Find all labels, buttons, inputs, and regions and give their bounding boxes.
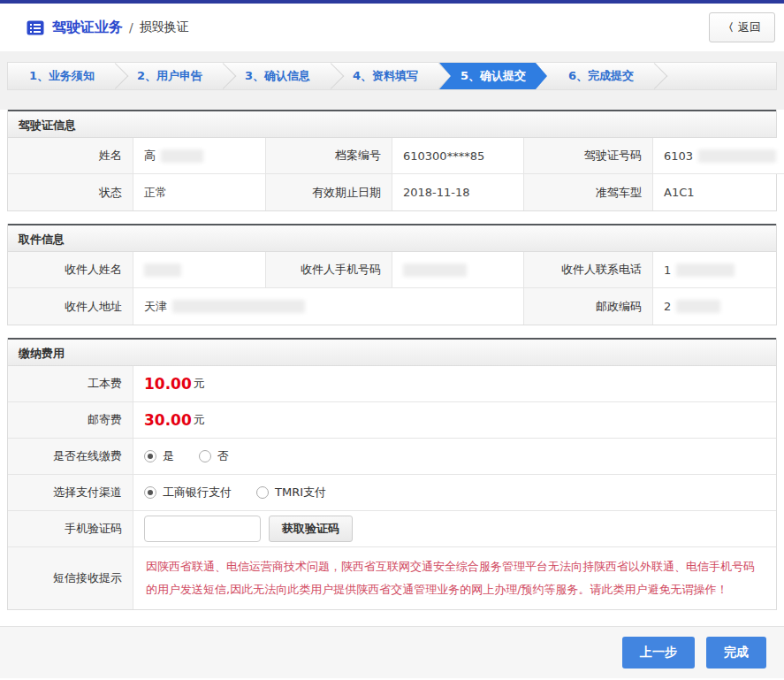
table-row: 收件人姓名 收件人手机号码 收件人联系电话 1	[8, 252, 776, 288]
captcha-row: 获取验证码	[133, 511, 776, 547]
mail-fee-label: 邮寄费	[8, 402, 133, 439]
online-pay-no-radio[interactable]: 否	[199, 448, 229, 464]
radio-checked-icon	[144, 450, 156, 462]
step-1-business-notes[interactable]: 1、业务须知	[8, 63, 116, 89]
online-pay-options: 是 否	[133, 439, 776, 475]
sms-notice-cell: 因陕西省联通、电信运营商技术问题，陕西省互联网交通安全综合服务管理平台无法向持陕…	[133, 547, 776, 609]
back-button-label: 返回	[738, 19, 761, 35]
get-captcha-button[interactable]: 获取验证码	[269, 516, 353, 542]
step-4-fill-materials[interactable]: 4、资料填写	[331, 63, 439, 89]
radio-checked-icon	[144, 486, 156, 499]
step-3-confirm-info[interactable]: 3、确认信息	[224, 63, 331, 89]
mail-fee-value: 30.00 元	[133, 402, 776, 439]
work-fee-amount: 10.00	[144, 375, 192, 393]
sms-notice-text: 因陕西省联通、电信运营商技术问题，陕西省互联网交通安全综合服务管理平台无法向持陕…	[146, 560, 755, 596]
table-row: 邮寄费 30.00 元	[8, 402, 776, 439]
postcode-label: 邮政编码	[524, 288, 653, 325]
step-5-confirm-submit[interactable]: 5、确认提交	[439, 63, 547, 89]
redacted-blur	[403, 264, 467, 277]
vehicle-type-label: 准驾车型	[524, 174, 653, 210]
page-header: 驾驶证业务 / 损毁换证 〈 返回	[0, 4, 784, 51]
recipient-address-value: 天津	[133, 288, 524, 325]
status-label: 状态	[8, 174, 133, 210]
recipient-name-value	[133, 252, 266, 288]
step-2-user-declaration[interactable]: 2、用户申告	[116, 63, 224, 89]
table-row: 选择支付渠道 工商银行支付 TMRI支付	[8, 475, 776, 511]
payment-section: 缴纳费用 工本费 10.00 元 邮寄费 30.00 元 是否在线缴费 是	[7, 338, 777, 610]
table-row: 是否在线缴费 是 否	[8, 439, 776, 475]
file-number-value: 610300****85	[392, 138, 524, 174]
work-fee-label: 工本费	[8, 366, 133, 402]
name-value: 高	[133, 138, 266, 174]
mail-fee-amount: 30.00	[144, 411, 192, 429]
back-button[interactable]: 〈 返回	[709, 12, 775, 42]
step-wizard: 1、业务须知 2、用户申告 3、确认信息 4、资料填写 5、确认提交 6、完成提…	[7, 62, 777, 90]
license-number-value: 6103	[653, 138, 784, 174]
channel-tmri-label: TMRI支付	[275, 485, 326, 500]
step-zone: 1、业务须知 2、用户申告 3、确认信息 4、资料填写 5、确认提交 6、完成提…	[0, 51, 784, 110]
redacted-blur	[161, 149, 203, 163]
pay-channel-options: 工商银行支付 TMRI支付	[133, 475, 776, 511]
sms-notice-label: 短信接收提示	[8, 547, 133, 609]
recipient-mobile-value	[392, 252, 524, 288]
table-row: 收件人地址 天津 邮政编码 2	[8, 288, 776, 325]
redacted-blur	[676, 300, 720, 313]
mail-fee-unit: 元	[194, 412, 205, 428]
channel-icbc-radio[interactable]: 工商银行支付	[144, 485, 232, 500]
vehicle-type-value: A1C1	[653, 174, 776, 210]
license-section-title: 驾驶证信息	[8, 110, 776, 138]
finish-button[interactable]: 完成	[706, 637, 766, 669]
name-label: 姓名	[8, 138, 133, 174]
online-pay-yes-label: 是	[163, 448, 174, 464]
table-row: 姓名 高 档案编号 610300****85 驾驶证号码 6103	[8, 138, 776, 174]
recipient-name-label: 收件人姓名	[8, 252, 133, 288]
pickup-section-title: 取件信息	[8, 224, 776, 252]
step-6-finish-submit[interactable]: 6、完成提交	[547, 63, 655, 89]
online-pay-label: 是否在线缴费	[8, 439, 133, 475]
channel-icbc-label: 工商银行支付	[163, 485, 232, 500]
redacted-blur	[172, 300, 305, 313]
work-fee-value: 10.00 元	[133, 366, 776, 402]
license-number-label: 驾驶证号码	[524, 138, 653, 174]
list-icon	[27, 20, 44, 35]
status-value: 正常	[133, 174, 266, 210]
page-title: 驾驶证业务	[52, 19, 123, 37]
pay-channel-label: 选择支付渠道	[8, 475, 133, 511]
license-info-section: 驾驶证信息 姓名 高 档案编号 610300****85 驾驶证号码 6103 …	[7, 110, 777, 211]
breadcrumb-separator: /	[129, 20, 133, 34]
recipient-phone-value: 1	[653, 252, 776, 288]
radio-unchecked-icon	[256, 486, 269, 499]
breadcrumb-current: 损毁换证	[140, 19, 189, 35]
table-row: 工本费 10.00 元	[8, 366, 776, 402]
pickup-info-section: 取件信息 收件人姓名 收件人手机号码 收件人联系电话 1 收件人地址 天津 邮政…	[7, 224, 777, 325]
work-fee-unit: 元	[194, 376, 205, 392]
online-pay-no-label: 否	[217, 448, 229, 464]
channel-tmri-radio[interactable]: TMRI支付	[256, 485, 326, 500]
table-row: 手机验证码 获取验证码	[8, 511, 776, 547]
radio-unchecked-icon	[199, 450, 211, 462]
recipient-phone-label: 收件人联系电话	[524, 252, 653, 288]
online-pay-yes-radio[interactable]: 是	[144, 448, 174, 464]
expiry-value: 2018-11-18	[392, 174, 524, 210]
expiry-label: 有效期止日期	[266, 174, 392, 210]
payment-section-title: 缴纳费用	[8, 338, 776, 366]
redacted-blur	[676, 264, 735, 277]
footer-actions: 上一步 完成	[0, 626, 784, 678]
redacted-blur	[144, 264, 181, 277]
captcha-input[interactable]	[144, 516, 261, 542]
captcha-label: 手机验证码	[8, 511, 133, 547]
main-content: 驾驶证信息 姓名 高 档案编号 610300****85 驾驶证号码 6103 …	[0, 110, 784, 610]
redacted-blur	[698, 149, 776, 163]
file-number-label: 档案编号	[266, 138, 392, 174]
table-row: 状态 正常 有效期止日期 2018-11-18 准驾车型 A1C1	[8, 174, 776, 210]
postcode-value: 2	[653, 288, 776, 325]
recipient-mobile-label: 收件人手机号码	[266, 252, 392, 288]
previous-step-button[interactable]: 上一步	[622, 637, 695, 669]
chevron-left-icon: 〈	[723, 20, 734, 35]
table-row: 短信接收提示 因陕西省联通、电信运营商技术问题，陕西省互联网交通安全综合服务管理…	[8, 547, 776, 609]
recipient-address-label: 收件人地址	[8, 288, 133, 325]
